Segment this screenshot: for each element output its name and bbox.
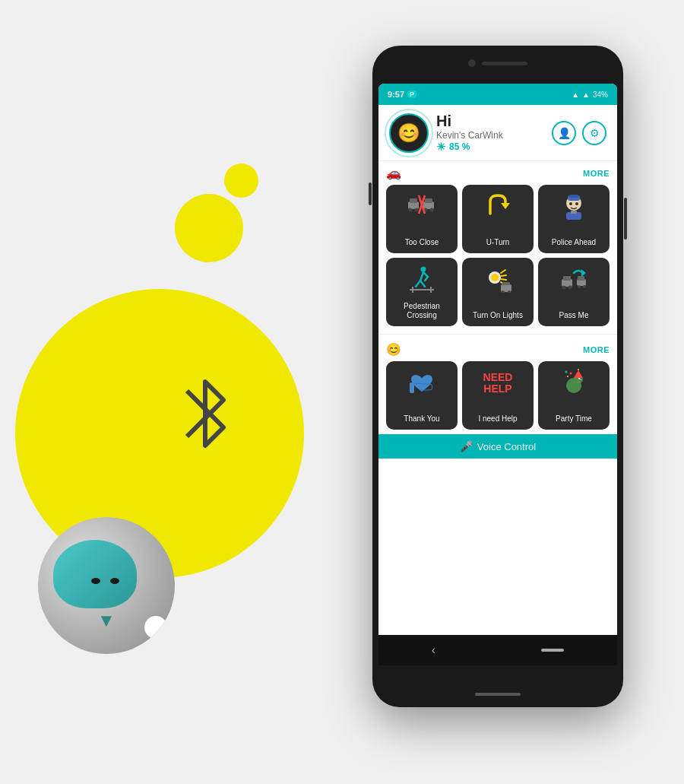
need-help-line2: HELP [483,383,511,395]
pass-me-label: Pass Me [559,311,589,320]
svg-point-54 [567,376,568,377]
phone-home-indicator [475,693,521,696]
phone-body: 9:57 P ▲ ▲ 34% 😊 Hi Kevin's CarW [372,46,623,707]
svg-marker-10 [501,203,510,209]
svg-rect-42 [578,276,584,281]
battery-level: 34% [593,90,608,99]
police-ahead-button[interactable]: Police Ahead [538,185,610,253]
voice-icon: 🎤 [460,440,473,452]
svg-rect-38 [563,276,571,281]
driving-section-icon: 🚗 [386,166,401,180]
pedestrian-crossing-label: Pedestrian Crossing [391,302,453,320]
header-battery: ☀ 85 % [436,141,503,153]
social-grid: Thank You NEED HELP I need Help [386,361,610,430]
party-time-button[interactable]: Party Time [538,361,610,430]
social-more-button[interactable]: MORE [583,345,610,354]
turn-on-lights-button[interactable]: Turn On Lights [462,258,534,326]
party-time-label: Party Time [556,414,592,424]
need-help-button[interactable]: NEED HELP I need Help [462,361,534,430]
avatar: 😊 [389,113,429,153]
nav-home-bar[interactable] [541,649,564,652]
svg-point-28 [491,274,499,281]
header-icons: 👤 ⚙ [552,121,606,145]
signal-icon: ▲ [572,90,579,99]
svg-line-23 [425,277,428,281]
driving-more-button[interactable]: MORE [583,169,610,178]
svg-point-2 [409,208,413,212]
status-bar: 9:57 P ▲ ▲ 34% [378,84,617,105]
svg-point-14 [569,202,572,205]
u-turn-icon [484,192,511,224]
phone-screen: 9:57 P ▲ ▲ 34% 😊 Hi Kevin's CarW [378,84,617,665]
phone-nav: ‹ [378,635,617,665]
battery-percentage: 85 % [449,141,470,152]
svg-line-30 [501,275,506,276]
phone-volume-button [369,183,372,205]
svg-line-20 [416,281,420,287]
svg-line-22 [423,272,428,277]
pass-me-button[interactable]: Pass Me [538,258,610,326]
turn-on-lights-icon [484,265,511,297]
profile-button[interactable]: 👤 [552,121,576,145]
social-section: 😊 MORE Thank You [378,338,617,434]
driving-grid: Too Close U-Turn [386,185,610,326]
thank-you-icon [408,369,435,400]
social-section-icon: 😊 [386,342,401,357]
camera-dot [468,59,476,67]
svg-point-53 [570,373,572,375]
thank-you-button[interactable]: Thank You [386,361,458,430]
u-turn-label: U-Turn [486,238,510,247]
svg-line-31 [501,279,506,280]
ball-button[interactable] [144,616,167,639]
svg-rect-17 [571,211,577,214]
voice-label: Voice Control [477,441,536,452]
svg-point-44 [583,285,586,288]
svg-point-15 [575,202,578,205]
svg-point-39 [562,286,566,290]
header-info: Hi Kevin's CarWink ☀ 85 % [436,113,503,153]
settings-icon: ⚙ [590,127,600,139]
driving-section-header: 🚗 MORE [386,166,610,180]
too-close-label: Too Close [405,238,439,247]
avatar-face: 😊 [397,122,420,144]
party-time-icon [560,369,587,400]
turn-on-lights-label: Turn On Lights [473,311,523,320]
pass-me-icon [560,265,587,297]
u-turn-button[interactable]: U-Turn [462,185,534,253]
status-right: ▲ ▲ 34% [572,90,608,99]
too-close-icon [407,192,437,221]
pedestrian-crossing-button[interactable]: Pedestrian Crossing [386,258,458,326]
nav-back-button[interactable]: ‹ [432,643,435,657]
phone: 9:57 P ▲ ▲ 34% 😊 Hi Kevin's CarW [372,46,638,730]
status-time: 9:57 [388,90,404,99]
svg-point-3 [415,208,419,212]
svg-rect-5 [425,198,432,203]
svg-point-40 [568,286,572,290]
svg-line-19 [420,272,423,281]
voice-control-bar[interactable]: 🎤 Voice Control [378,434,617,459]
svg-rect-34 [502,282,510,285]
header-left: 😊 Hi Kevin's CarWink ☀ 85 % [389,113,503,153]
section-divider [378,334,617,335]
need-help-line1: NEED [483,372,513,383]
bluetooth-icon [175,373,251,479]
svg-marker-45 [581,269,586,277]
header-device-name: Kevin's CarWink [436,130,503,141]
svg-line-21 [420,281,425,287]
too-close-button[interactable]: Too Close [386,185,458,253]
need-help-label: I need Help [478,414,517,424]
status-app-icon: P [407,90,416,98]
status-left: 9:57 P [388,90,416,99]
header-greeting: Hi [436,113,503,130]
settings-button[interactable]: ⚙ [582,121,606,145]
pedestrian-crossing-icon [408,265,435,297]
device-ball: ▼ [38,517,190,669]
svg-rect-46 [410,382,414,393]
yellow-circle-small [224,163,258,198]
app-header: 😊 Hi Kevin's CarWink ☀ 85 % 👤 [378,105,617,161]
svg-point-43 [578,285,581,288]
phone-camera-area [468,59,527,67]
svg-marker-51 [574,370,583,378]
yellow-circle-medium [175,194,243,262]
speaker-bar [482,62,527,65]
